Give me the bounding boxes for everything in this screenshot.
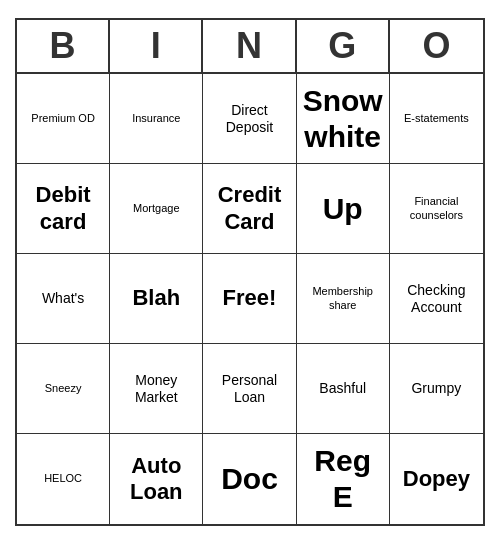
header-letter: I	[110, 20, 203, 72]
bingo-cell: Doc	[203, 434, 296, 524]
bingo-cell: What's	[17, 254, 110, 344]
cell-text: Reg E	[301, 443, 385, 515]
bingo-cell: Auto Loan	[110, 434, 203, 524]
cell-text: Blah	[132, 285, 180, 311]
cell-text: Financial counselors	[394, 195, 479, 221]
bingo-card: BINGO Premium ODInsuranceDirect DepositS…	[15, 18, 485, 526]
cell-text: Dopey	[403, 466, 470, 492]
cell-text: Doc	[221, 461, 278, 497]
bingo-cell: Blah	[110, 254, 203, 344]
cell-text: Direct Deposit	[207, 102, 291, 136]
cell-text: Insurance	[132, 112, 180, 125]
bingo-cell: Premium OD	[17, 74, 110, 164]
cell-text: Mortgage	[133, 202, 179, 215]
cell-text: Sneezy	[45, 382, 82, 395]
bingo-cell: Snow white	[297, 74, 390, 164]
bingo-cell: Credit Card	[203, 164, 296, 254]
cell-text: E-statements	[404, 112, 469, 125]
cell-text: Debit card	[21, 182, 105, 235]
bingo-grid: Premium ODInsuranceDirect DepositSnow wh…	[17, 74, 483, 524]
cell-text: Snow white	[301, 83, 385, 155]
header-letter: O	[390, 20, 483, 72]
bingo-cell: Dopey	[390, 434, 483, 524]
cell-text: Credit Card	[207, 182, 291, 235]
cell-text: Personal Loan	[207, 372, 291, 406]
bingo-cell: E-statements	[390, 74, 483, 164]
cell-text: Premium OD	[31, 112, 95, 125]
bingo-cell: Money Market	[110, 344, 203, 434]
cell-text: What's	[42, 290, 84, 307]
cell-text: Membership share	[301, 285, 385, 311]
cell-text: Grumpy	[411, 380, 461, 397]
bingo-cell: Membership share	[297, 254, 390, 344]
bingo-cell: Debit card	[17, 164, 110, 254]
bingo-cell: HELOC	[17, 434, 110, 524]
bingo-cell: Financial counselors	[390, 164, 483, 254]
bingo-header: BINGO	[17, 20, 483, 74]
cell-text: HELOC	[44, 472, 82, 485]
cell-text: Free!	[223, 285, 277, 311]
bingo-cell: Sneezy	[17, 344, 110, 434]
cell-text: Money Market	[114, 372, 198, 406]
bingo-cell: Checking Account	[390, 254, 483, 344]
bingo-cell: Up	[297, 164, 390, 254]
bingo-cell: Mortgage	[110, 164, 203, 254]
bingo-cell: Reg E	[297, 434, 390, 524]
cell-text: Bashful	[319, 380, 366, 397]
cell-text: Auto Loan	[114, 453, 198, 506]
cell-text: Up	[323, 191, 363, 227]
header-letter: B	[17, 20, 110, 72]
header-letter: G	[297, 20, 390, 72]
bingo-cell: Personal Loan	[203, 344, 296, 434]
cell-text: Checking Account	[394, 282, 479, 316]
bingo-cell: Free!	[203, 254, 296, 344]
bingo-cell: Bashful	[297, 344, 390, 434]
bingo-cell: Insurance	[110, 74, 203, 164]
header-letter: N	[203, 20, 296, 72]
bingo-cell: Direct Deposit	[203, 74, 296, 164]
bingo-cell: Grumpy	[390, 344, 483, 434]
